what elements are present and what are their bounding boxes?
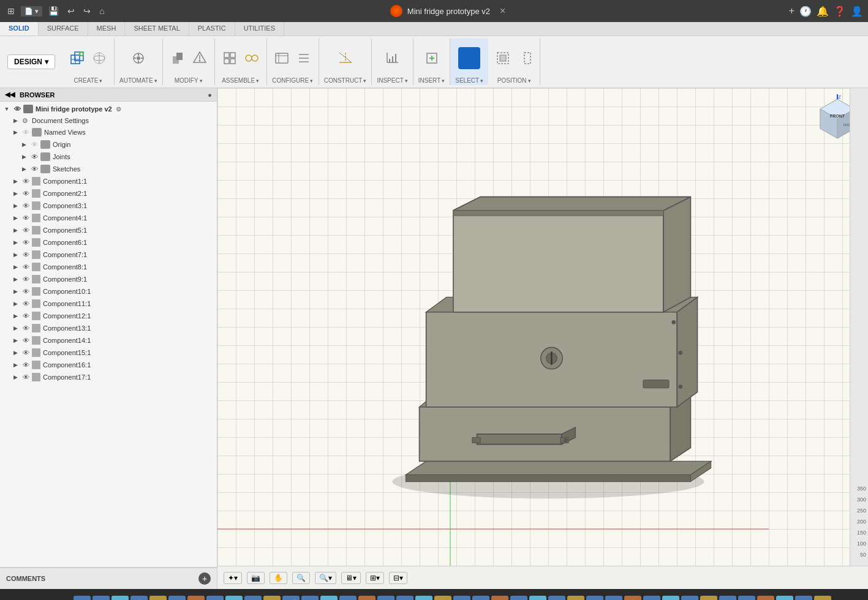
tab-sheet-metal[interactable]: SHEET METAL	[125, 22, 189, 36]
tl-icon-15[interactable]	[339, 596, 357, 600]
configure-icon[interactable]	[272, 48, 292, 68]
tl-icon-17[interactable]	[377, 596, 394, 600]
tl-icon-2[interactable]	[92, 596, 110, 600]
inspect-icon[interactable]	[383, 48, 402, 68]
design-dropdown-button[interactable]: DESIGN ▾	[7, 54, 55, 69]
root-arrow-icon[interactable]: ▼	[2, 105, 11, 113]
tl-icon-1[interactable]	[74, 596, 91, 600]
tab-solid[interactable]: SOLID	[0, 22, 39, 36]
tl-icon-6[interactable]	[168, 596, 186, 600]
c3-arrow[interactable]: ▶	[11, 201, 20, 210]
tl-icon-32[interactable]	[662, 596, 679, 600]
tl-icon-21[interactable]	[453, 596, 470, 600]
grid-menu-button[interactable]: ⊞	[5, 5, 17, 17]
joints-eye-icon[interactable]: 👁	[29, 152, 39, 162]
tl-icon-35[interactable]	[719, 596, 736, 600]
tree-component16[interactable]: ▶👁Component16:1	[0, 359, 217, 371]
tl-icon-11[interactable]	[263, 596, 281, 600]
tl-icon-37[interactable]	[757, 596, 774, 600]
c4-eye[interactable]: 👁	[21, 213, 31, 223]
file-button[interactable]: 📄▾	[21, 6, 42, 17]
c6-eye[interactable]: 👁	[21, 238, 31, 247]
tree-doc-settings[interactable]: ▶ ⚙ Document Settings	[0, 115, 217, 126]
tl-icon-14[interactable]	[320, 596, 338, 600]
tree-origin[interactable]: ▶ 👁 Origin	[0, 138, 217, 151]
c14-arrow[interactable]: ▶	[11, 336, 20, 345]
zoom-in-button[interactable]: 🔍	[292, 572, 310, 584]
tl-icon-20[interactable]	[434, 596, 451, 600]
modify2-icon[interactable]	[190, 48, 209, 68]
tl-icon-40[interactable]	[814, 596, 831, 600]
tl-icon-33[interactable]	[681, 596, 698, 600]
tl-icon-24[interactable]	[510, 596, 527, 600]
root-settings-icon[interactable]: ⚙	[116, 106, 121, 113]
tl-icon-7[interactable]	[187, 596, 205, 600]
tl-icon-9[interactable]	[225, 596, 243, 600]
tl-icon-28[interactable]	[586, 596, 603, 600]
insert-icon[interactable]	[422, 48, 442, 68]
tree-component8[interactable]: ▶👁Component8:1	[0, 261, 217, 273]
add-comment-button[interactable]: +	[198, 572, 211, 585]
joints-arrow-icon[interactable]: ▶	[20, 152, 28, 161]
notification-button[interactable]: 🔔	[817, 6, 829, 17]
named-views-arrow-icon[interactable]: ▶	[11, 128, 20, 137]
c6-arrow[interactable]: ▶	[11, 238, 20, 247]
sketches-eye-icon[interactable]: 👁	[29, 164, 39, 174]
tree-component7[interactable]: ▶👁Component7:1	[0, 249, 217, 261]
back-icon[interactable]: ◀◀	[5, 91, 15, 99]
tl-icon-19[interactable]	[415, 596, 432, 600]
c16-eye[interactable]: 👁	[21, 360, 31, 370]
tl-icon-5[interactable]	[149, 596, 167, 600]
c8-arrow[interactable]: ▶	[11, 263, 20, 271]
tab-plastic[interactable]: PLASTIC	[189, 22, 235, 36]
c17-eye[interactable]: 👁	[21, 372, 31, 382]
modify-icon[interactable]	[168, 48, 187, 68]
tree-joints[interactable]: ▶ 👁 Joints	[0, 151, 217, 163]
c10-eye[interactable]: 👁	[21, 287, 31, 296]
tab-utilities[interactable]: UTILITIES	[235, 22, 284, 36]
grid-button[interactable]: ⊞▾	[366, 572, 384, 584]
c4-arrow[interactable]: ▶	[11, 214, 20, 222]
zoom-dropdown-button[interactable]: 🔍▾	[315, 572, 336, 584]
history-button[interactable]: 🕐	[799, 6, 812, 17]
tree-component15[interactable]: ▶👁Component15:1	[0, 347, 217, 359]
snap-button[interactable]: ✦▾	[224, 572, 242, 584]
tree-component17[interactable]: ▶👁Component17:1	[0, 371, 217, 383]
undo-button[interactable]: ↩	[65, 5, 77, 17]
sketches-arrow-icon[interactable]: ▶	[20, 165, 28, 173]
viewport[interactable]: FRONT RIGHT Z X 350 300 250 200 150 100 …	[217, 88, 868, 589]
tree-component13[interactable]: ▶👁Component13:1	[0, 322, 217, 334]
redo-button[interactable]: ↪	[81, 5, 93, 17]
tl-icon-34[interactable]	[700, 596, 717, 600]
c14-eye[interactable]: 👁	[21, 336, 31, 345]
tl-icon-10[interactable]	[244, 596, 262, 600]
tree-component4[interactable]: ▶👁Component4:1	[0, 212, 217, 224]
tl-icon-27[interactable]	[567, 596, 584, 600]
sketch-icon[interactable]	[89, 48, 109, 68]
c16-arrow[interactable]: ▶	[11, 361, 20, 369]
tree-component2[interactable]: ▶👁Component2:1	[0, 187, 217, 200]
c11-eye[interactable]: 👁	[21, 299, 31, 309]
origin-arrow-icon[interactable]: ▶	[20, 140, 28, 149]
tl-icon-13[interactable]	[301, 596, 319, 600]
c17-arrow[interactable]: ▶	[11, 373, 20, 381]
c5-eye[interactable]: 👁	[21, 225, 31, 235]
home-button[interactable]: ⌂	[97, 5, 107, 17]
c1-arrow[interactable]: ▶	[11, 177, 20, 186]
assemble-icon[interactable]	[220, 48, 240, 68]
c11-arrow[interactable]: ▶	[11, 299, 20, 308]
tl-icon-22[interactable]	[472, 596, 489, 600]
c15-eye[interactable]: 👁	[21, 348, 31, 358]
c2-eye[interactable]: 👁	[21, 189, 31, 198]
tree-component1[interactable]: ▶👁Component1:1	[0, 175, 217, 187]
assemble2-icon[interactable]	[242, 48, 262, 68]
tree-component6[interactable]: ▶👁Component6:1	[0, 236, 217, 249]
browser-close-icon[interactable]: ●	[208, 91, 212, 99]
visual-style-button[interactable]: ⊟▾	[389, 572, 407, 584]
position2-icon[interactable]	[515, 48, 535, 68]
origin-eye-icon[interactable]: 👁	[29, 140, 39, 149]
tl-icon-26[interactable]	[548, 596, 565, 600]
tl-icon-23[interactable]	[491, 596, 508, 600]
tab-mesh[interactable]: MESH	[88, 22, 126, 36]
tree-component10[interactable]: ▶👁Component10:1	[0, 285, 217, 298]
